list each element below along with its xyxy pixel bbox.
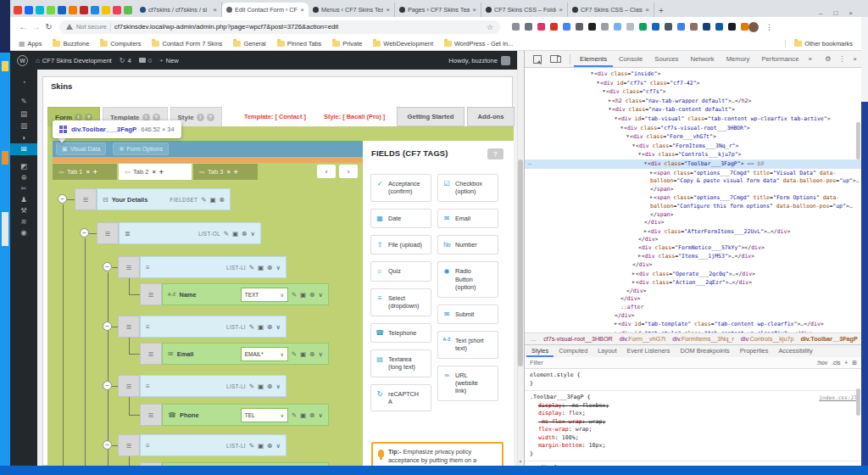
toolbar-button-form-options[interactable]: ☸ Form Options: [113, 142, 169, 155]
account-menu[interactable]: Howdy, buzztone: [448, 56, 510, 65]
tab-close-icon[interactable]: ×: [645, 6, 649, 14]
dom-tree-line[interactable]: </span>: [525, 186, 862, 194]
page-scrollbar-thumb[interactable]: [518, 159, 523, 366]
css-property[interactable]: width: 100%;: [530, 434, 857, 443]
extension-icon[interactable]: [601, 23, 609, 31]
bookmark-folder[interactable]: Pinned Tabs: [277, 40, 322, 48]
dom-tree-line[interactable]: ::after: [525, 304, 862, 312]
sidebar-item-settings[interactable]: ≋: [10, 215, 37, 227]
duplicate-icon[interactable]: ▣: [258, 323, 264, 331]
tree-collapse-node[interactable]: −: [80, 228, 89, 238]
expand-arrow-icon[interactable]: ▶: [650, 193, 653, 202]
breadcrumb-item[interactable]: div.Controls__kju7p: [741, 335, 794, 343]
extension-icon[interactable]: [677, 23, 685, 31]
expand-arrow-icon[interactable]: ▶: [632, 270, 635, 278]
cf7-field-button-acceptance-confirm[interactable]: ✓ Acceptance (confirm): [370, 174, 431, 202]
tree-collapse-node[interactable]: −: [103, 440, 112, 450]
omnibox[interactable]: Not secure ☆: [59, 20, 500, 34]
bookmark-folder[interactable]: Computers: [100, 40, 141, 48]
collapse-arrow-icon[interactable]: ▼: [603, 87, 605, 96]
extension-icon[interactable]: [741, 23, 748, 31]
fields-help-button[interactable]: ?: [487, 148, 504, 159]
dom-tree-line[interactable]: balloon="Copy & paste visual form data" …: [525, 177, 862, 186]
collapse-arrow-icon[interactable]: ▼: [638, 150, 641, 159]
add-tab-icon[interactable]: +: [234, 168, 238, 176]
dom-tree-line[interactable]: ▼<div id="cf7s" class="cf7-42">: [525, 79, 862, 88]
delete-icon[interactable]: ⊗: [267, 383, 272, 390]
drag-handle[interactable]: ≡: [140, 404, 162, 426]
styles-filter-input[interactable]: [530, 359, 812, 366]
extension-icon[interactable]: [703, 23, 710, 31]
drag-handle[interactable]: ≡: [118, 375, 140, 397]
devtools-tab-performance[interactable]: Performance: [755, 51, 804, 67]
field-type-select[interactable]: TEXT∨: [241, 288, 288, 302]
browser-tab[interactable]: Edit Contact Form ‹ CF ×: [222, 3, 309, 17]
tree-collapse-node[interactable]: −: [103, 262, 112, 271]
dom-tree-line[interactable]: ▼<div class="Controls___kju7p">: [525, 150, 862, 159]
sidebar-item-users[interactable]: ♟: [10, 193, 37, 205]
delete-icon[interactable]: ⊗: [309, 350, 314, 358]
breadcrumb-item[interactable]: cf7s-visual-root__3HBOR: [543, 335, 613, 343]
chevron-down-icon[interactable]: ∨: [319, 350, 324, 358]
tree-row-field[interactable]: ✉Email EMAIL*∨ ✎▣⊗∨: [162, 343, 329, 365]
drag-handle[interactable]: ≡: [140, 343, 162, 365]
collapse-arrow-icon[interactable]: ▼: [620, 124, 623, 132]
other-bookmarks[interactable]: Other bookmarks: [785, 40, 853, 48]
chevron-down-icon[interactable]: ∨: [276, 323, 281, 331]
inspect-element-icon[interactable]: [533, 55, 542, 64]
extension-icon[interactable]: [512, 23, 520, 31]
drag-handle[interactable]: ≡: [118, 256, 140, 278]
delete-icon[interactable]: ⊗: [220, 196, 225, 204]
tabs-next-button[interactable]: ›: [339, 165, 358, 178]
devtools-tab-memory[interactable]: Memory: [721, 51, 756, 67]
extension-icon[interactable]: [715, 23, 723, 31]
expand-arrow-icon[interactable]: ▶: [632, 278, 635, 287]
dom-tree-line[interactable]: ▼<div class="FormItems___3Nq_r">: [525, 142, 862, 151]
more-tabs-icon[interactable]: »: [804, 55, 815, 63]
chevron-down-icon[interactable]: ∨: [251, 230, 256, 238]
browser-tab[interactable]: cf7skins / cf7skins / si ×: [136, 3, 222, 17]
extension-icon[interactable]: [550, 23, 558, 31]
devtools-tab-console[interactable]: Console: [613, 51, 648, 67]
bookmark-star-icon[interactable]: ☆: [487, 23, 493, 31]
edit-icon[interactable]: ✎: [249, 264, 254, 271]
edit-icon[interactable]: ✎: [292, 291, 297, 299]
pinned-tab[interactable]: [124, 6, 132, 14]
delete-icon[interactable]: ⊗: [267, 323, 272, 331]
dom-tree-line[interactable]: ▼<div class="Form___vhG7t">: [525, 132, 862, 142]
dom-tree-line[interactable]: ▶<div class="Action___2qEzr">…</div>: [525, 278, 862, 288]
css-property[interactable]: margin-bottom: 10px;: [530, 442, 857, 450]
bookmark-folder[interactable]: Contact Form 7 Skins: [152, 40, 222, 48]
delete-icon[interactable]: ⊗: [309, 411, 314, 419]
collapse-arrow-icon[interactable]: ▼: [597, 79, 599, 87]
edit-icon[interactable]: ✎: [292, 350, 297, 358]
sidebar-item-appearance[interactable]: ◩: [10, 160, 37, 172]
browser-tab[interactable]: Menus ‹ CF7 Skins Tea ×: [309, 3, 395, 17]
dom-tree-line[interactable]: ▶<span class="options___7Cmgd" title="Vi…: [525, 169, 862, 178]
duplicate-icon[interactable]: ▣: [300, 411, 306, 419]
extension-icon[interactable]: [588, 23, 596, 31]
tree-collapse-node[interactable]: −: [58, 194, 67, 204]
tree-row-list-li[interactable]: ≡ LIST-LI✎▣⊗∨: [140, 316, 287, 338]
duplicate-icon[interactable]: ▣: [258, 383, 264, 390]
breadcrumb-item[interactable]: div.Form__vhG7t: [620, 335, 666, 343]
dom-tree-line[interactable]: </div>: [525, 288, 862, 296]
devtools-menu-icon[interactable]: ⋮: [838, 55, 845, 63]
close-tab-icon[interactable]: ×: [152, 168, 155, 176]
apps-shortcut[interactable]: ▦ Apps: [19, 40, 42, 48]
styles-tab-dom-breakpoints[interactable]: DOM Breakpoints: [675, 345, 734, 357]
cf7-field-button-number[interactable]: № Number: [437, 235, 498, 254]
styles-toggle[interactable]: ⊞: [852, 360, 857, 366]
bookmark-folder[interactable]: General: [233, 40, 265, 48]
styles-tab-accessibility[interactable]: Accessibility: [773, 345, 817, 357]
tab-close-icon[interactable]: ×: [300, 6, 304, 14]
styles-tab-properties[interactable]: Properties: [735, 345, 774, 357]
extension-icon[interactable]: [690, 23, 698, 31]
pinned-tab[interactable]: [25, 6, 33, 14]
delete-icon[interactable]: ⊗: [267, 264, 272, 271]
extension-icon[interactable]: [525, 23, 532, 31]
cf7-field-button-recaptcha[interactable]: ↻ reCAPTCHA: [370, 384, 431, 412]
edit-icon[interactable]: ✎: [201, 196, 206, 204]
extension-icon[interactable]: [576, 23, 583, 31]
tab-close-icon[interactable]: ×: [213, 6, 217, 14]
